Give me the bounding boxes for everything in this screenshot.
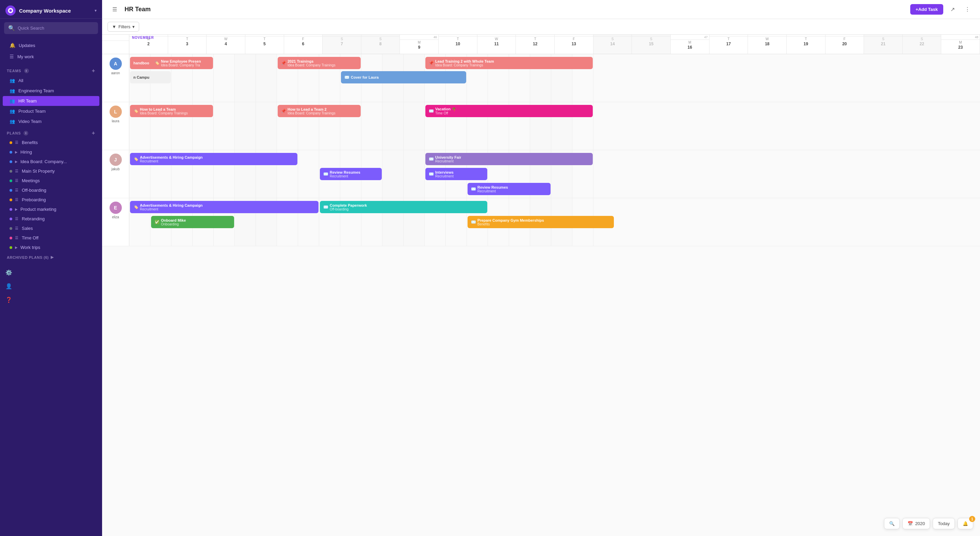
zoom-icon-btn[interactable]: 🔍 bbox=[884, 518, 900, 529]
teams-label: TEAMS bbox=[7, 69, 21, 73]
team-all-label: All bbox=[18, 78, 23, 83]
task-icon: 🏷️ bbox=[134, 156, 138, 161]
sidebar-item-updates[interactable]: 🔔 Updates bbox=[3, 40, 99, 51]
today-button[interactable]: Today bbox=[933, 518, 955, 529]
avatar-laura: L bbox=[110, 105, 122, 118]
grid-cell bbox=[256, 54, 277, 102]
add-task-button[interactable]: +Add Task bbox=[910, 4, 943, 14]
sidebar-bottom-icons: ⚙️ 👤 ❓ bbox=[0, 262, 102, 310]
sidebar-plan-productmarketing[interactable]: ▶ Product marketing bbox=[3, 205, 99, 214]
calendar-date-btn[interactable]: 📅 2020 bbox=[902, 518, 930, 529]
filter-button[interactable]: ▼ Filters ▾ bbox=[108, 22, 139, 32]
sidebar-plan-preboarding[interactable]: ☰ Preboarding bbox=[3, 195, 99, 204]
sidebar-item-hr[interactable]: 👥 HR Team bbox=[3, 96, 99, 106]
cal-day-col-2: M2 bbox=[129, 35, 168, 54]
plan-rebranding-label: Rebranding bbox=[22, 216, 45, 221]
task-icon: ✉️ bbox=[471, 220, 476, 224]
task-bar[interactable]: ✉️University FairRecruitment bbox=[425, 153, 593, 165]
task-bar[interactable]: ✉️Review ResumesRecruitment bbox=[320, 168, 382, 180]
sidebar-plan-ideaboard[interactable]: ▶ Idea Board: Company... bbox=[3, 157, 99, 166]
day-num: 11 bbox=[477, 41, 516, 48]
task-bar[interactable]: 📌How to Lead a Team 2Idea Board: Company… bbox=[278, 105, 361, 117]
search-icon: 🔍 bbox=[8, 25, 15, 31]
task-bar[interactable]: ✉️Review ResumesRecruitment bbox=[468, 183, 550, 195]
sidebar-item-engineering[interactable]: 👥 Engineering Team bbox=[3, 86, 99, 96]
sidebar-plan-rebranding[interactable]: ☰ Rebranding bbox=[3, 214, 99, 223]
day-num: 6 bbox=[284, 41, 323, 48]
plans-info-icon[interactable]: i bbox=[24, 131, 28, 136]
cal-day-col-8: S8 bbox=[361, 35, 400, 54]
list-icon-meetings: ☰ bbox=[15, 179, 18, 183]
sidebar-header[interactable]: Company Workspace ▾ bbox=[0, 0, 102, 19]
grid-cell bbox=[382, 150, 404, 198]
search-input[interactable] bbox=[18, 26, 94, 31]
task-bar[interactable]: 📌2021 TrainingsIdea Board: Company Train… bbox=[278, 57, 361, 69]
sidebar-plan-hiring[interactable]: ▶ Hiring bbox=[3, 147, 99, 156]
day-name: S bbox=[632, 37, 670, 41]
dot-hiring bbox=[10, 151, 12, 153]
add-team-icon[interactable]: + bbox=[92, 68, 95, 74]
sidebar-plan-mainstproperty[interactable]: ☰ Main St Property bbox=[3, 166, 99, 176]
day-num: 4 bbox=[207, 41, 245, 48]
help-icon-btn[interactable]: ❓ bbox=[3, 294, 15, 306]
task-bar[interactable]: ✉️Vacation 🌴Time Off bbox=[425, 105, 593, 117]
day-name: T bbox=[245, 37, 284, 41]
cal-row-laura: Llaura🏷️How to Lead a TeamIdea Board: Co… bbox=[102, 102, 980, 150]
task-bar-content: Advertisements & Hiring CampaignRecruitm… bbox=[140, 203, 203, 211]
sidebar-plan-offboarding[interactable]: ☰ Off-boarding bbox=[3, 186, 99, 195]
workspace-chevron-icon[interactable]: ▾ bbox=[95, 8, 97, 13]
task-bar[interactable]: 🏷️New Employee PresenIdea Board: Company… bbox=[151, 57, 213, 69]
cal-day-col-7: S7 bbox=[323, 35, 361, 54]
task-bar[interactable]: ✉️Cover for Laura bbox=[341, 71, 466, 83]
task-bar[interactable]: ✉️Complete PaperworkOff-boarding bbox=[320, 201, 487, 213]
menu-icon-btn[interactable]: ☰ bbox=[109, 4, 121, 15]
cal-day-col-12: T12 bbox=[516, 35, 555, 54]
task-bar[interactable]: 🏷️How to Lead a TeamIdea Board: Company … bbox=[130, 105, 213, 117]
calendar-header: M2T3W4T5F6S7S846M9T10W11T12F13S14S1547M1… bbox=[102, 35, 980, 54]
add-plan-icon[interactable]: + bbox=[92, 130, 95, 136]
svg-point-1 bbox=[9, 9, 12, 12]
sidebar-item-video[interactable]: 👥 Video Team bbox=[3, 116, 99, 126]
day-name: S bbox=[903, 37, 941, 41]
task-bar[interactable]: ✅Onboard MikeOnboarding bbox=[151, 216, 234, 228]
task-bar-content: handboo bbox=[134, 61, 149, 65]
sidebar-plan-meetings[interactable]: ☰ Meetings bbox=[3, 176, 99, 185]
users-icon-btn[interactable]: 👤 bbox=[3, 280, 15, 292]
cal-day-col-6: F6 bbox=[284, 35, 323, 54]
sidebar-plan-sales[interactable]: ☰ Sales bbox=[3, 224, 99, 233]
task-title: University Fair bbox=[435, 155, 461, 160]
task-title: handboo bbox=[134, 61, 149, 65]
share-icon-btn[interactable]: ↗ bbox=[947, 4, 958, 15]
cal-day-col-22: S22 bbox=[903, 35, 942, 54]
task-bar[interactable]: ✉️Prepare Company Gym MembershipsBenefit… bbox=[468, 216, 614, 228]
sidebar-plan-benefits[interactable]: ☰ Benefits bbox=[3, 138, 99, 147]
avatar-jakub: J bbox=[110, 153, 122, 166]
task-bar[interactable]: 🏷️Advertisements & Hiring CampaignRecrui… bbox=[130, 201, 318, 213]
grid-cell bbox=[382, 102, 404, 150]
grid-cell bbox=[214, 54, 235, 102]
sidebar-plan-worktrips[interactable]: ▶ Work trips bbox=[3, 243, 99, 252]
task-bar[interactable]: 📌Lead Training 2 with Whole TeamIdea Boa… bbox=[425, 57, 593, 69]
day-name: S bbox=[361, 37, 400, 41]
teams-info-icon[interactable]: i bbox=[24, 69, 29, 73]
row-cells-aaron: handboo🏷️New Employee PresenIdea Board: … bbox=[129, 54, 980, 102]
search-bar[interactable]: 🔍 bbox=[4, 22, 98, 34]
task-subtitle: Recruitment bbox=[140, 207, 203, 211]
task-icon: ✅ bbox=[154, 220, 159, 224]
task-bar[interactable]: 🏷️Advertisements & Hiring CampaignRecrui… bbox=[130, 153, 298, 165]
calendar-area[interactable]: M2T3W4T5F6S7S846M9T10W11T12F13S14S1547M1… bbox=[102, 35, 980, 536]
sidebar-plan-timeoff[interactable]: ☰ Time Off bbox=[3, 233, 99, 242]
notification-area: 🔔 1 bbox=[958, 518, 973, 529]
team-hr-label: HR Team bbox=[18, 99, 37, 104]
task-bar[interactable]: n Campu bbox=[130, 71, 171, 83]
task-icon: ✉️ bbox=[323, 172, 328, 176]
sidebar-item-mywork[interactable]: ☰ My work bbox=[3, 51, 99, 62]
settings-icon-btn[interactable]: ⚙️ bbox=[3, 266, 15, 279]
sidebar-item-product[interactable]: 👥 Product Team bbox=[3, 106, 99, 116]
archived-plans[interactable]: ARCHIVED PLANS (6) ▶ bbox=[0, 252, 102, 262]
filter-icon: ▼ bbox=[112, 24, 116, 29]
more-options-icon-btn[interactable]: ⋮ bbox=[962, 4, 973, 15]
sidebar-item-all[interactable]: 👥 All bbox=[3, 76, 99, 86]
day-name: M bbox=[671, 40, 709, 45]
task-bar[interactable]: ✉️InterviewsRecruitment bbox=[425, 168, 487, 180]
